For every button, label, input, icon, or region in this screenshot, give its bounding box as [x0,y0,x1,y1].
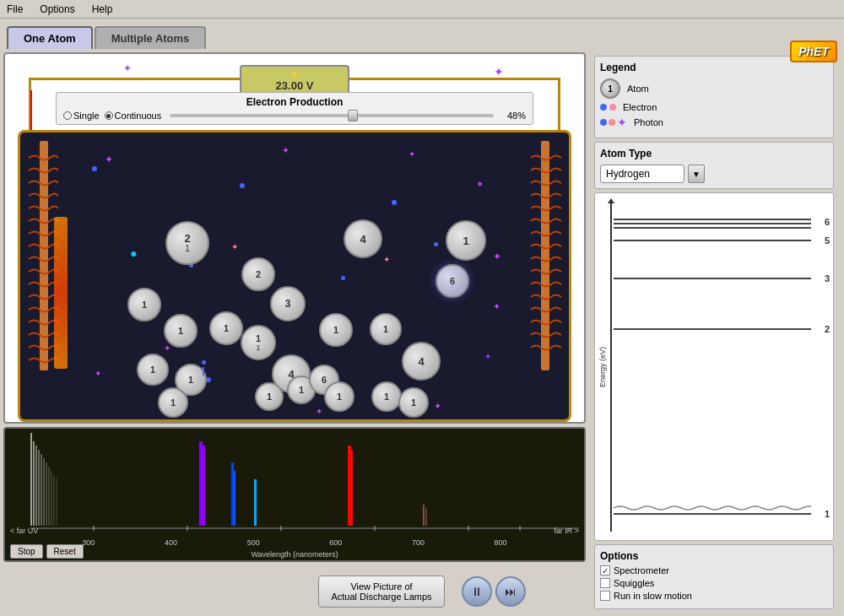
atom-11: 1 [319,313,353,347]
svg-rect-9 [46,462,47,526]
energy-level-2 [614,328,811,330]
atom-3: 1 [446,220,486,261]
atom-13: 1 [137,354,169,386]
energy-arrow-head [608,198,614,203]
spec-reset-btn[interactable]: Reset [46,544,84,559]
menu-help[interactable]: Help [89,2,116,17]
phet-logo: PhET [790,41,837,62]
atom-2: 4 [344,219,382,258]
legend-section: Legend 1 Atom Electron ✦ Photon [594,56,834,138]
menu-options[interactable]: Options [36,2,78,17]
svg-rect-7 [41,454,42,526]
spec-xlabel: Wavelength (nanometers) [251,550,338,559]
electron-6 [434,242,438,246]
svg-rect-20 [351,450,353,526]
svg-rect-13 [56,478,57,526]
energy-label-1: 1 [825,509,830,519]
legend-atom-icon: 1 [600,78,620,99]
atom-10: 1 1 [241,325,276,360]
photon-6: ✦ [493,301,500,312]
spec-buttons: Stop Reset [10,544,84,559]
photon-13: ✦ [95,369,101,378]
legend-title: Legend [600,62,828,73]
atom-5: 1 [127,288,161,322]
spec-stop-btn[interactable]: Stop [10,544,43,559]
energy-label-5: 5 [825,235,830,246]
photon-1: ✦ [105,154,113,165]
energy-diagram: Energy (eV) 6 5 3 2 [594,192,834,541]
photon-12: ✦ [434,401,441,412]
options-title: Options [600,550,828,562]
legend-electron-item: Electron [600,102,828,112]
atom-type-dropdown[interactable]: Hydrogen [600,165,684,183]
photon-decoration-1: ✦ [494,65,504,78]
photon-icon-asterisk: ✦ [617,116,627,129]
right-panel: Legend 1 Atom Electron ✦ Photon [591,52,837,613]
svg-rect-11 [51,471,52,526]
energy-level-6c [614,227,811,229]
percent-label: 48% [502,111,526,121]
atom-7: 6 [436,264,469,298]
electron-5 [341,276,345,280]
step-button[interactable]: ⏭ [495,576,526,607]
pause-button[interactable]: ⏸ [462,576,492,607]
ground-state-squiggle [614,503,811,513]
radio-continuous-dot [105,111,113,120]
svg-rect-8 [43,458,45,526]
photon-orange-1: ● [147,415,153,422]
coil-right [531,132,565,419]
tube-chamber: ✦ ✦ ✦ ✦ ✦ ✦ ✦ ● ✦ ✦ ✦ ✦ ✦ 2 1 [18,130,571,422]
slider-thumb[interactable] [348,110,358,122]
atom-type-dropdown-arrow[interactable]: ▼ [688,165,705,183]
atom-8: 1 [164,314,197,348]
atom-9: 1 [209,311,243,345]
atom-17: 1 [255,382,284,411]
electron-prod-panel: Electron Production Single Continuous 48… [56,92,533,125]
energy-level-6b [614,223,811,224]
playback-controls: ⏸ ⏭ [462,576,526,607]
svg-rect-15 [203,446,205,526]
sim-panel: ⚡ 23.00 V ✦ ✦ Electron Production Si [3,52,586,613]
tab-one-atom[interactable]: One Atom [7,26,93,49]
svg-rect-3 [30,433,32,526]
energy-label-3: 3 [825,273,830,284]
radio-single[interactable]: Single [63,111,100,121]
tab-multiple-atoms[interactable]: Multiple Atoms [95,26,207,49]
menu-file[interactable]: File [3,2,26,17]
svg-rect-14 [199,441,203,526]
sim-box: ⚡ 23.00 V ✦ ✦ Electron Production Si [3,52,586,424]
photon-5: ✦ [493,251,501,262]
energy-axis-label: Energy (eV) [598,346,607,386]
energy-arrow-line [610,202,612,532]
electron-down [202,360,206,365]
energy-label-2: 2 [825,324,830,334]
radio-single-dot [63,111,72,120]
svg-rect-21 [423,505,425,526]
energy-level-1 [614,513,811,515]
electron-blue-dot [600,104,607,111]
energy-level-5 [614,240,811,241]
atom-21: 1 [371,381,402,412]
atom-16: 4 [402,342,441,381]
view-picture-btn[interactable]: View Picture of Actual Discharge Lamps [318,575,444,608]
svg-rect-19 [348,446,351,526]
electron-3 [392,200,397,205]
atom-1: 2 1 [165,221,209,265]
energy-axis-wrapper: Energy (eV) [595,193,610,540]
photon-decoration-2: ✦ [123,62,132,74]
svg-rect-6 [38,450,40,526]
legend-photon-label: Photon [634,117,663,127]
legend-electron-label: Electron [623,102,657,112]
photon-8: ✦ [164,343,170,353]
tabs-bar: One Atom Multiple Atoms PhET [0,19,844,49]
spec-far-ir-label: far IR > [554,527,579,535]
svg-rect-17 [234,471,235,526]
radio-continuous[interactable]: Continuous [105,111,162,121]
electron-speed-slider[interactable] [170,114,494,117]
photon-cyan-1: ● [130,246,137,260]
electron-prod-title: Electron Production [63,96,526,108]
photon-icon-pink [609,119,615,126]
legend-atom-label: Atom [627,84,649,94]
checkbox-spectrometer[interactable] [600,565,610,575]
svg-rect-16 [231,462,234,526]
